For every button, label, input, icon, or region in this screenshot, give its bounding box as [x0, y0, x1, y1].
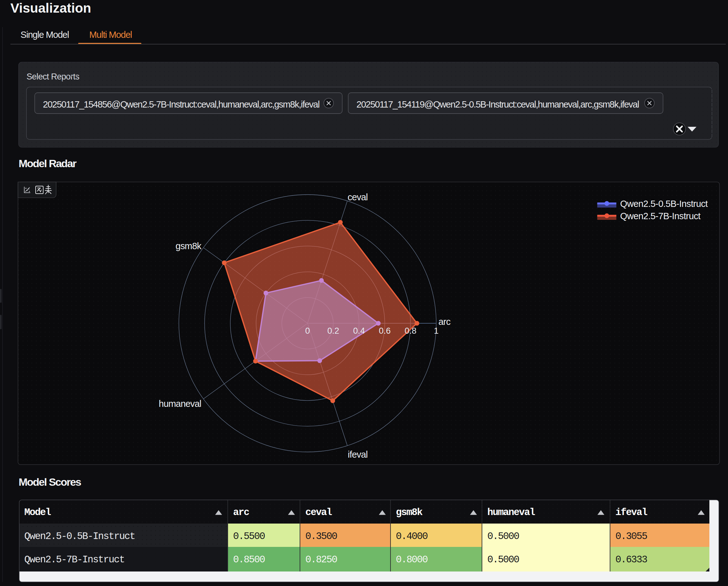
svg-text:Qwen2.5-7B-Instruct: Qwen2.5-7B-Instruct: [24, 554, 124, 565]
svg-text:Qwen2.5-7B-Instruct: Qwen2.5-7B-Instruct: [620, 211, 701, 221]
svg-text:0.4000: 0.4000: [396, 531, 428, 542]
svg-text:0.5000: 0.5000: [487, 531, 519, 542]
svg-text:0.2: 0.2: [328, 326, 339, 336]
svg-text:0: 0: [305, 326, 310, 336]
svg-text:Visualization: Visualization: [10, 1, 91, 16]
svg-text:Qwen2.5-0.5B-Instruct: Qwen2.5-0.5B-Instruct: [620, 199, 708, 209]
svg-text:Qwen2.5-0.5B-Instruct: Qwen2.5-0.5B-Instruct: [24, 531, 135, 542]
svg-text:arc: arc: [233, 507, 249, 518]
svg-text:gsm8k: gsm8k: [396, 507, 423, 518]
svg-text:ifeval: ifeval: [348, 449, 368, 459]
svg-text:Model Radar: Model Radar: [19, 157, 77, 169]
svg-text:0.8: 0.8: [405, 326, 417, 336]
svg-text:ceval: ceval: [305, 507, 332, 518]
svg-text:gsm8k: gsm8k: [176, 241, 202, 251]
svg-text:humaneval: humaneval: [159, 399, 201, 409]
svg-text:ceval: ceval: [347, 192, 368, 202]
svg-text:humaneval: humaneval: [487, 507, 535, 518]
svg-text:0.8250: 0.8250: [305, 554, 337, 565]
svg-text:Single Model: Single Model: [21, 30, 69, 40]
svg-text:0.3055: 0.3055: [616, 531, 647, 542]
svg-text:Model: Model: [24, 507, 51, 518]
svg-text:0.3500: 0.3500: [305, 531, 337, 542]
svg-text:0.5500: 0.5500: [233, 531, 265, 542]
svg-text:0.6333: 0.6333: [616, 554, 647, 565]
svg-text:0.6: 0.6: [379, 326, 391, 336]
svg-text:0.8500: 0.8500: [233, 554, 265, 565]
svg-text:0.8000: 0.8000: [396, 554, 428, 565]
svg-text:0.5000: 0.5000: [487, 554, 519, 565]
svg-text:0.4: 0.4: [353, 326, 365, 336]
svg-text:1: 1: [434, 326, 438, 336]
svg-text:ifeval: ifeval: [616, 507, 648, 518]
svg-text:20250117_154856@Qwen2.5-7B-Ins: 20250117_154856@Qwen2.5-7B-Instruct:ceva…: [43, 99, 319, 109]
svg-text:20250117_154119@Qwen2.5-0.5B-I: 20250117_154119@Qwen2.5-0.5B-Instruct:ce…: [357, 99, 639, 109]
svg-text:arc: arc: [438, 317, 450, 327]
svg-text:Model Scores: Model Scores: [19, 476, 81, 488]
svg-text:Multi Model: Multi Model: [89, 30, 132, 40]
